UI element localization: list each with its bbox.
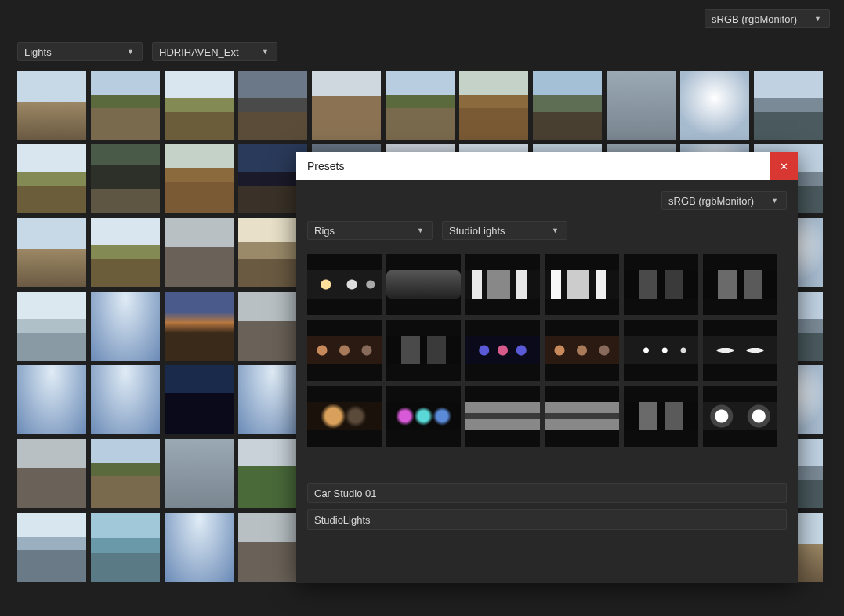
hdri-thumb[interactable] (17, 218, 86, 287)
hdri-thumb[interactable] (91, 292, 160, 361)
hdri-thumb[interactable] (91, 144, 160, 213)
modal-filters: Rigs ▼ StudioLights ▼ (296, 210, 798, 240)
studio-thumb[interactable] (545, 254, 619, 315)
studio-thumb[interactable] (624, 386, 698, 447)
hdri-thumb[interactable] (533, 71, 602, 140)
hdri-thumb[interactable] (165, 218, 234, 287)
modal-footer: Car Studio 01 StudioLights (296, 455, 798, 538)
studio-thumb[interactable] (465, 254, 540, 315)
studio-thumb[interactable] (703, 254, 777, 315)
hdri-thumb[interactable] (165, 292, 234, 361)
chevron-down-icon: ▼ (552, 226, 559, 234)
chevron-down-icon: ▼ (771, 197, 778, 205)
collection-name-field[interactable]: StudioLights (307, 509, 787, 530)
studio-thumb[interactable] (545, 386, 619, 447)
modal-collection-dropdown[interactable]: StudioLights ▼ (442, 221, 567, 240)
hdri-thumb[interactable] (91, 71, 160, 140)
studio-thumb[interactable] (386, 254, 461, 315)
studio-thumb[interactable] (624, 254, 698, 315)
main-filters: Lights ▼ HDRIHAVEN_Ext ▼ (17, 42, 277, 61)
close-icon: ✕ (780, 161, 788, 172)
hdri-thumb[interactable] (680, 71, 749, 140)
close-button[interactable]: ✕ (770, 152, 798, 180)
chevron-down-icon: ▼ (417, 226, 424, 234)
hdri-thumb[interactable] (238, 71, 307, 140)
hdri-thumb[interactable] (165, 513, 234, 582)
studio-thumb[interactable] (624, 320, 698, 381)
preset-name-value: Car Studio 01 (314, 487, 377, 499)
presets-dialog: Presets ✕ sRGB (rgbMonitor) ▼ Rigs ▼ Stu… (296, 152, 798, 583)
hdri-thumb[interactable] (17, 71, 86, 140)
studio-thumb[interactable] (465, 320, 540, 381)
hdri-thumb[interactable] (91, 513, 160, 582)
collection-name-value: StudioLights (314, 514, 371, 526)
modal-colorspace-label: sRGB (rgbMonitor) (668, 195, 754, 207)
hdri-thumb[interactable] (165, 71, 234, 140)
hdri-thumb[interactable] (91, 218, 160, 287)
preset-name-field[interactable]: Car Studio 01 (307, 483, 787, 503)
modal-collection-label: StudioLights (449, 225, 505, 237)
hdri-thumb[interactable] (754, 71, 823, 140)
hdri-thumb[interactable] (91, 439, 160, 508)
hdri-thumb[interactable] (312, 71, 381, 140)
dialog-titlebar: Presets ✕ (296, 152, 798, 180)
dialog-title: Presets (307, 160, 344, 172)
hdri-thumb[interactable] (165, 439, 234, 508)
modal-colorspace-dropdown[interactable]: sRGB (rgbMonitor) ▼ (661, 191, 787, 210)
studio-thumb[interactable] (307, 254, 382, 315)
chevron-down-icon: ▼ (262, 48, 269, 56)
collection-label: HDRIHAVEN_Ext (159, 46, 239, 58)
modal-category-label: Rigs (314, 225, 335, 237)
hdri-thumb[interactable] (607, 71, 676, 140)
colorspace-label: sRGB (rgbMonitor) (712, 13, 797, 25)
studio-thumb[interactable] (307, 320, 382, 381)
hdri-thumb[interactable] (165, 365, 234, 434)
studio-thumb[interactable] (703, 320, 777, 381)
category-label: Lights (24, 46, 52, 58)
modal-category-dropdown[interactable]: Rigs ▼ (307, 221, 433, 240)
studio-thumb[interactable] (465, 386, 540, 447)
studio-thumb[interactable] (386, 320, 461, 381)
hdri-thumb[interactable] (386, 71, 455, 140)
chevron-down-icon: ▼ (814, 15, 821, 23)
chevron-down-icon: ▼ (127, 48, 134, 56)
hdri-thumb[interactable] (459, 71, 528, 140)
hdri-thumb[interactable] (165, 144, 234, 213)
hdri-thumb[interactable] (17, 144, 86, 213)
hdri-thumb[interactable] (17, 439, 86, 508)
studio-thumb[interactable] (307, 386, 382, 447)
hdri-thumb[interactable] (17, 292, 86, 361)
colorspace-dropdown[interactable]: sRGB (rgbMonitor) ▼ (705, 9, 830, 28)
hdri-thumb[interactable] (91, 365, 160, 434)
studio-thumb[interactable] (703, 386, 777, 447)
collection-dropdown[interactable]: HDRIHAVEN_Ext ▼ (152, 42, 277, 61)
studio-thumb[interactable] (386, 386, 461, 447)
category-dropdown[interactable]: Lights ▼ (17, 42, 143, 61)
studio-grid (296, 240, 798, 455)
hdri-thumb[interactable] (17, 365, 86, 434)
studio-thumb[interactable] (545, 320, 619, 381)
hdri-thumb[interactable] (17, 513, 86, 582)
